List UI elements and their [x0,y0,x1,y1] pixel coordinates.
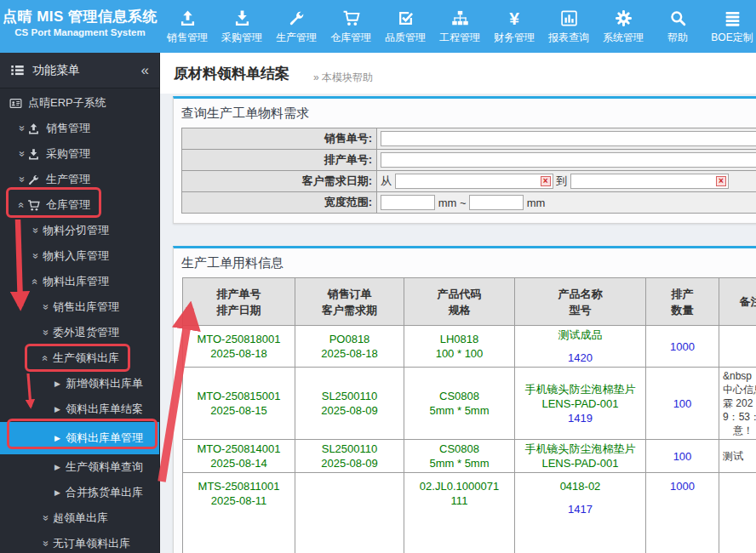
clear-date-to-icon[interactable]: × [716,176,726,186]
top-menu-item-label: 生产管理 [269,31,324,44]
sidebar-item[interactable]: «无订单领料出库 [0,531,159,553]
wrench-icon [27,174,44,186]
chevron-down-icon: « [29,225,41,237]
sidebar-item[interactable]: «仓库管理 [0,192,159,218]
schedule-no-input[interactable] [381,152,756,168]
top-menu-item[interactable]: 采购管理 [215,0,269,53]
cart-icon [27,199,44,212]
date-from-input[interactable] [395,174,553,189]
sidebar-item[interactable]: ▶新增领料出库单 [0,371,159,396]
remark-cell [719,326,756,368]
chevron-up-icon: « [29,276,41,288]
download-icon [215,8,269,29]
menu-bars-icon [705,8,756,29]
sidebar-item-label: 物料入库管理 [43,248,109,264]
clear-date-from-icon[interactable]: × [541,176,551,186]
width-min-input[interactable] [381,195,435,210]
sidebar-item-label: 物料分切管理 [43,223,109,238]
module-help-link[interactable]: » 本模块帮助 [313,71,373,85]
column-header: 产品代码规格 [404,278,515,326]
list-icon [10,63,25,77]
result-panel: 生产工单用料信息 排产单号排产日期销售订单客户需求期产品代码规格产品名称型号排产… [173,246,756,553]
chevron-down-icon: « [39,301,51,314]
sidebar-item[interactable]: ▶合并拣货单出库 [0,480,159,505]
sidebar-item-label: 超领单出库 [53,510,108,526]
id-card-icon [9,97,26,110]
top-menu-item[interactable]: 系统管理 [596,0,650,53]
sidebar-item[interactable]: «销售管理 [0,116,159,141]
product-code-cell: CS08085mm * 5mm [404,368,515,440]
sidebar-item[interactable]: 点晴ERP子系统 [0,90,159,116]
product-name-cell: 测试成品1420 [515,326,646,368]
top-menu-item-label: 系统管理 [596,31,650,44]
sidebar-item[interactable]: «委外退货管理 [0,320,159,345]
sidebar-item[interactable]: «物料入库管理 [0,243,159,269]
top-menu-item[interactable]: 帮助 [650,0,705,53]
sales-order-label: 销售单号: [182,128,377,150]
play-icon: ▶ [51,379,64,388]
sidebar-item[interactable]: ▶生产领料单查询 [0,454,159,480]
top-menu-item-label: 仓库管理 [324,31,378,44]
top-menu-item[interactable]: 品质管理 [378,0,432,53]
remark-cell: 测试 [719,440,756,473]
sidebar-item[interactable]: «生产管理 [0,167,159,192]
top-menu-item-label: 工程管理 [432,31,487,44]
top-menu-item[interactable]: 生产管理 [269,0,324,53]
sidebar-item[interactable]: «销售出库管理 [0,294,159,320]
upload-icon [160,8,215,29]
width-end-unit: mm [527,197,546,209]
top-menu-item[interactable]: 报表查询 [541,0,596,53]
product-id-link[interactable]: 1420 [517,351,644,365]
top-menu-item[interactable]: BOE定制 [705,0,756,53]
top-menu-item[interactable]: 仓库管理 [324,0,378,53]
top-menu-item[interactable]: 工程管理 [432,0,487,53]
date-to-input[interactable] [570,174,729,189]
sidebar-menu: 点晴ERP子系统«销售管理«采购管理«生产管理«仓库管理«物料分切管理«物料入库… [0,88,159,553]
sidebar-item[interactable]: «采购管理 [0,141,159,167]
play-icon: ▶ [51,463,64,471]
sidebar-item[interactable]: ▶领料出库单结案 [0,396,159,422]
sidebar-item-label: 领料出库单管理 [66,430,143,446]
qty-link[interactable]: 100 [648,396,717,411]
width-mid-unit: mm ~ [438,197,467,209]
sidebar-item[interactable]: «物料分切管理 [0,218,159,243]
page-title: 原材料领料单结案 [174,64,289,83]
column-header: 产品名称型号 [515,278,646,326]
product-id-link[interactable]: 1419 [517,411,644,425]
sidebar-title: 功能菜单 [32,63,80,78]
play-icon: ▶ [51,434,64,442]
sidebar-item[interactable]: «物料出库管理 [0,269,159,294]
sidebar-item[interactable]: «超领单出库 [0,505,159,531]
sidebar: 功能菜单 « 点晴ERP子系统«销售管理«采购管理«生产管理«仓库管理«物料分切… [0,53,160,553]
sales-order-input[interactable] [381,131,756,146]
sidebar-item-label: 仓库管理 [46,197,90,213]
schedule-cell: MTS-2508110012025-08-11 [183,473,295,553]
chevron-down-icon: « [39,512,51,525]
sidebar-item-label: 委外退货管理 [53,325,119,340]
sidebar-item-label: 物料出库管理 [43,274,109,289]
remark-cell [719,473,756,553]
sidebar-item-label: 销售出库管理 [53,299,119,315]
sidebar-item-label: 生产领料出库 [53,351,119,366]
app-title: 点晴 MIS 管理信息系统 [0,8,160,26]
product-code-cell: LH0818100 * 100 [404,326,515,368]
upload-icon [27,123,44,135]
qty-link[interactable]: 1000 [648,479,717,493]
sidebar-item[interactable]: «生产领料出库 [0,345,159,371]
table-row: MTS-2508110012025-08-1102.JL0.1000071111… [183,473,756,553]
chevron-down-icon: « [15,174,27,186]
qty-link[interactable]: 100 [648,449,717,464]
width-max-input[interactable] [469,195,524,210]
sidebar-item-label: 合并拣货单出库 [66,485,143,500]
collapse-sidebar-button[interactable]: « [141,63,149,77]
top-menu-item-label: BOE定制 [705,31,756,44]
topbar: 点晴 MIS 管理信息系统 CS Port Managment System 销… [0,0,756,53]
top-menu-item[interactable]: 销售管理 [160,0,215,53]
table-row: MTO-2508180012025-08-18PO08182025-08-18L… [183,326,756,368]
chevron-down-icon: « [29,250,41,263]
product-id-link[interactable]: 1417 [517,502,644,516]
qty-link[interactable]: 1000 [648,339,717,354]
qty-cell: 100 [646,440,719,473]
top-menu-item[interactable]: ¥财务管理 [487,0,541,53]
sidebar-item[interactable]: ▶领料出库单管理 [0,422,159,454]
